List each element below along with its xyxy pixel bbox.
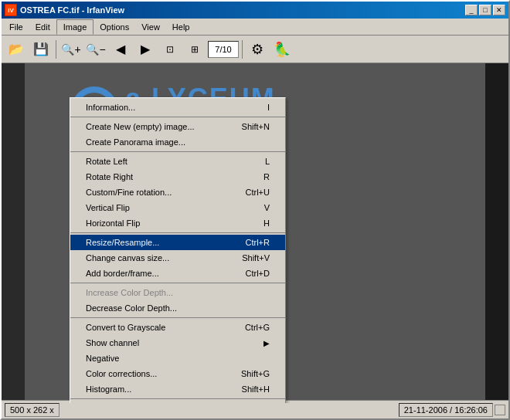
page-indicator: 7/10: [208, 41, 239, 58]
info-button[interactable]: 🦜: [270, 39, 294, 60]
datetime-status: 21-11-2006 / 16:26:06: [399, 403, 493, 417]
menu-file[interactable]: File: [3, 19, 29, 35]
title-bar: IV OSTREA FC.tif - IrfanView _ □ ✕: [2, 2, 508, 19]
window-title: OSTREA FC.tif - IrfanView: [20, 5, 124, 15]
main-area: a LYCEUM HOLENGEMEENSCHAP Information...…: [2, 63, 508, 403]
app-icon: IV: [5, 4, 17, 16]
title-bar-buttons: _ □ ✕: [465, 5, 505, 15]
menu-section-color-depth: Increase Color Depth... Decrease Color D…: [70, 283, 285, 318]
menu-bar: File Edit Image Options View Help: [2, 19, 508, 36]
image-dimensions: 500 x 262 x: [5, 403, 60, 417]
menu-increase-color-depth: Increase Color Depth...: [70, 285, 285, 300]
toolbar: 📂 💾 🔍+ 🔍− ◀ ▶ ⊡ ⊞ 7/10 ⚙ 🦜: [2, 36, 508, 63]
menu-section-effects: Auto adjust colors Shift+U Sharpen Shift…: [70, 399, 285, 403]
menu-section-resize: Resize/Resample... Ctrl+R Change canvas …: [70, 233, 285, 283]
menu-horizontal-flip[interactable]: Horizontal Flip H: [70, 215, 285, 231]
menu-edit[interactable]: Edit: [29, 19, 56, 35]
main-window: IV OSTREA FC.tif - IrfanView _ □ ✕ File …: [0, 0, 510, 420]
menu-show-channel[interactable]: Show channel ▶: [70, 335, 285, 351]
toolbar-separator-2: [242, 40, 243, 59]
menu-rotate-left[interactable]: Rotate Left L: [70, 154, 285, 169]
menu-options[interactable]: Options: [94, 19, 135, 35]
menu-section-info: Information... I: [70, 98, 285, 117]
prev-button[interactable]: ◀: [109, 39, 132, 60]
menu-create-new[interactable]: Create New (empty) image... Shift+N: [70, 119, 285, 134]
image-bg-right: [485, 63, 508, 403]
minimize-button[interactable]: _: [465, 5, 478, 15]
menu-negative[interactable]: Negative: [70, 351, 285, 366]
zoom-in-button[interactable]: 🔍+: [60, 39, 83, 60]
menu-rotate-right[interactable]: Rotate Right R: [70, 169, 285, 185]
menu-view[interactable]: View: [135, 19, 166, 35]
toolbar-separator-1: [56, 40, 56, 59]
maximize-button[interactable]: □: [479, 5, 491, 15]
menu-add-border[interactable]: Add border/frame... Ctrl+D: [70, 266, 285, 281]
menu-histogram[interactable]: Histogram... Shift+H: [70, 381, 285, 397]
close-button[interactable]: ✕: [493, 5, 505, 15]
menu-auto-adjust[interactable]: Auto adjust colors Shift+U: [70, 401, 285, 403]
fit-window-button[interactable]: ⊡: [158, 39, 182, 60]
title-bar-left: IV OSTREA FC.tif - IrfanView: [5, 4, 124, 16]
image-bg-left: [2, 63, 25, 403]
menu-decrease-color-depth[interactable]: Decrease Color Depth...: [70, 300, 285, 316]
menu-section-transform: Rotate Left L Rotate Right R Custom/Fine…: [70, 152, 285, 233]
save-button[interactable]: 💾: [29, 39, 53, 60]
menu-custom-rotation[interactable]: Custom/Fine rotation... Ctrl+U: [70, 185, 285, 200]
zoom-out-button[interactable]: 🔍−: [84, 39, 107, 60]
fullsize-button[interactable]: ⊞: [183, 39, 206, 60]
menu-help[interactable]: Help: [166, 19, 196, 35]
menu-section-colors: Convert to Grayscale Ctrl+G Show channel…: [70, 318, 285, 399]
menu-image[interactable]: Image: [56, 19, 94, 35]
resize-grip[interactable]: [495, 405, 505, 415]
open-button[interactable]: 📂: [5, 39, 28, 60]
next-button[interactable]: ▶: [134, 39, 157, 60]
image-dropdown-menu: Information... I Create New (empty) imag…: [70, 97, 286, 403]
menu-convert-grayscale[interactable]: Convert to Grayscale Ctrl+G: [70, 320, 285, 335]
menu-information[interactable]: Information... I: [70, 100, 285, 115]
menu-canvas-size[interactable]: Change canvas size... Shift+V: [70, 250, 285, 266]
menu-create-panorama[interactable]: Create Panorama image...: [70, 134, 285, 150]
menu-section-create: Create New (empty) image... Shift+N Crea…: [70, 117, 285, 152]
settings-button[interactable]: ⚙: [246, 39, 269, 60]
menu-resize-resample[interactable]: Resize/Resample... Ctrl+R: [70, 235, 285, 250]
menu-vertical-flip[interactable]: Vertical Flip V: [70, 200, 285, 215]
menu-color-corrections[interactable]: Color corrections... Shift+G: [70, 366, 285, 381]
status-right: 21-11-2006 / 16:26:06: [397, 403, 505, 417]
